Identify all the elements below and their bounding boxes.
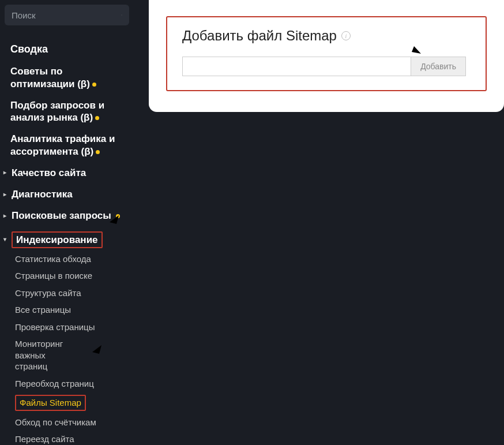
search-input[interactable] <box>12 10 121 20</box>
sidebar: Сводка Советы по оптимизации (β) Подбор … <box>0 0 134 445</box>
chevron-right-icon <box>3 169 9 177</box>
search-icon <box>121 10 122 20</box>
beta-dot-icon <box>116 214 120 218</box>
nav-indexing[interactable]: Индексирование <box>0 227 134 250</box>
nav-sub-crawl-stats[interactable]: Статистика обхода <box>0 250 134 268</box>
nav-sub-important-pages[interactable]: Мониторинг важных страниц <box>0 335 81 375</box>
main-content: Добавить файл Sitemap i Добавить <box>134 0 504 445</box>
chevron-right-icon <box>3 191 9 199</box>
add-sitemap-title-row: Добавить файл Sitemap i <box>182 28 466 44</box>
nav-search-queries-label: Поисковые запросы <box>12 210 111 222</box>
add-button[interactable]: Добавить <box>411 57 466 76</box>
nav-search-queries[interactable]: Поисковые запросы <box>0 205 134 226</box>
nav-traffic-analytics[interactable]: Аналитика трафика и ассортимента (β) <box>0 128 134 162</box>
add-sitemap-card: Добавить файл Sitemap i Добавить <box>149 0 504 112</box>
nav-site-quality-label: Качество сайта <box>12 167 86 179</box>
nav-sub-sitemap-files-label: Файлы Sitemap <box>20 398 81 407</box>
add-sitemap-form: Добавить <box>182 57 466 76</box>
nav-sub-sitemap-files-highlight: Файлы Sitemap <box>15 395 86 411</box>
nav-sub-recrawl[interactable]: Переобход страниц <box>0 375 134 392</box>
nav-sub-page-check[interactable]: Проверка страницы <box>0 319 134 336</box>
svg-point-0 <box>121 14 122 15</box>
search-box[interactable] <box>5 5 129 25</box>
nav-query-selection[interactable]: Подбор запросов и анализ рынка (β) <box>0 95 134 129</box>
nav-sub-site-move[interactable]: Переезд сайта <box>0 431 134 445</box>
chevron-right-icon <box>3 212 9 220</box>
nav-sub-site-structure[interactable]: Структура сайта <box>0 285 134 302</box>
nav-optimization-tips-label: Советы по оптимизации (β) <box>10 66 90 89</box>
nav-diagnostics-label: Диагностика <box>12 188 73 200</box>
chevron-down-icon <box>3 236 9 244</box>
nav-sub-pages-in-search[interactable]: Страницы в поиске <box>0 267 134 285</box>
nav-sub-crawl-by-counters[interactable]: Обход по счётчикам <box>0 414 134 431</box>
info-icon[interactable]: i <box>341 31 351 40</box>
beta-dot-icon <box>92 83 96 87</box>
add-sitemap-title: Добавить файл Sitemap <box>182 28 337 44</box>
beta-dot-icon <box>95 116 99 120</box>
nav-sub-sitemap-files[interactable]: Файлы Sitemap <box>0 392 134 414</box>
sidebar-nav: Сводка Советы по оптимизации (β) Подбор … <box>0 30 134 445</box>
beta-dot-icon <box>96 150 100 154</box>
nav-indexing-label: Индексирование <box>16 234 98 245</box>
nav-query-selection-label: Подбор запросов и анализ рынка (β) <box>10 100 104 123</box>
sitemap-url-input[interactable] <box>182 57 411 76</box>
nav-site-quality[interactable]: Качество сайта <box>0 162 134 184</box>
add-sitemap-highlight: Добавить файл Sitemap i Добавить <box>166 16 487 91</box>
nav-indexing-highlight: Индексирование <box>12 231 103 248</box>
nav-summary[interactable]: Сводка <box>0 37 134 61</box>
nav-sub-all-pages[interactable]: Все страницы <box>0 301 134 319</box>
nav-diagnostics[interactable]: Диагностика <box>0 184 134 205</box>
nav-optimization-tips[interactable]: Советы по оптимизации (β) <box>0 61 134 95</box>
